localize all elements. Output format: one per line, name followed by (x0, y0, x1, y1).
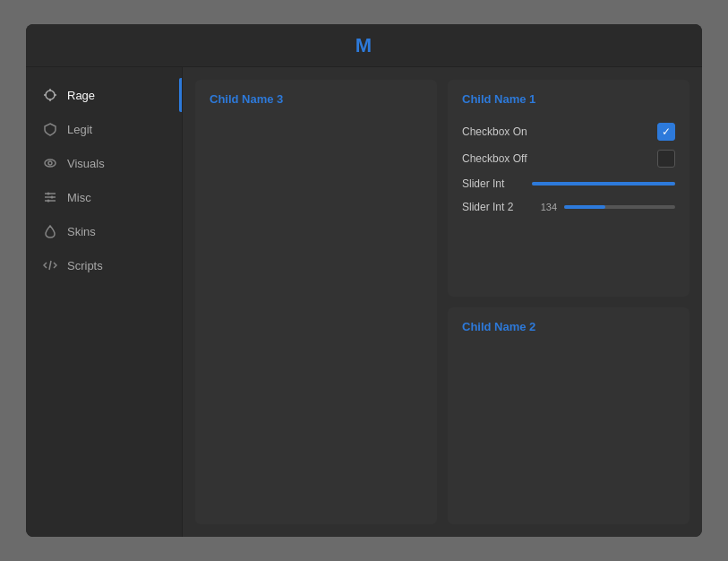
sidebar-item-misc[interactable]: Misc (26, 180, 182, 214)
checkbox-on-label: Checkbox On (462, 125, 527, 138)
slider2-value: 134 (532, 202, 557, 212)
checkbox-off-label: Checkbox Off (462, 152, 527, 165)
main-layout: Rage Legit Visuals (26, 67, 702, 537)
sidebar-item-legit[interactable]: Legit (26, 112, 182, 146)
title-bar: M (26, 24, 702, 67)
slider1-fill (532, 182, 675, 186)
svg-line-13 (49, 261, 51, 270)
slider1-label: Slider Int (462, 177, 525, 190)
sidebar-label-scripts: Scripts (67, 259, 103, 272)
card-child1: Child Name 1 Checkbox On ✓ Checkbox Off … (448, 80, 689, 297)
sidebar: Rage Legit Visuals (26, 67, 183, 537)
card-child3: Child Name 3 (195, 80, 437, 524)
shield-icon (42, 121, 58, 137)
app-logo: M (355, 34, 373, 57)
sidebar-item-visuals[interactable]: Visuals (26, 146, 182, 180)
checkbox-on-row: Checkbox On ✓ (462, 118, 675, 145)
drop-icon (42, 223, 58, 239)
svg-point-11 (51, 196, 54, 199)
slider2-track[interactable] (564, 205, 675, 209)
sidebar-label-legit: Legit (67, 123, 92, 136)
sidebar-item-skins[interactable]: Skins (26, 214, 182, 248)
slider2-fill (564, 205, 605, 209)
checkbox-off-row: Checkbox Off (462, 145, 675, 172)
checkbox-off[interactable] (657, 150, 675, 168)
svg-point-5 (45, 160, 56, 167)
sidebar-label-visuals: Visuals (67, 157, 105, 170)
card1-title: Child Name 1 (462, 92, 675, 106)
card-child2: Child Name 2 (448, 307, 689, 524)
slider2-label: Slider Int 2 (462, 201, 525, 213)
code-icon (42, 257, 58, 273)
eye-icon (42, 155, 58, 171)
svg-point-0 (46, 91, 55, 99)
sidebar-label-rage: Rage (67, 89, 95, 102)
card2-title: Child Name 2 (462, 320, 675, 333)
crosshair-icon (42, 87, 58, 103)
card3-title: Child Name 3 (210, 92, 423, 106)
svg-point-6 (48, 161, 52, 165)
sliders-icon (42, 189, 58, 205)
svg-point-12 (47, 200, 50, 203)
sidebar-label-skins: Skins (67, 225, 96, 238)
app-window: M Rage (26, 24, 702, 537)
checkmark-icon: ✓ (662, 126, 671, 137)
slider1-row: Slider Int (462, 172, 675, 195)
slider1-track[interactable] (532, 182, 675, 186)
checkbox-on[interactable]: ✓ (657, 123, 675, 141)
slider2-row: Slider Int 2 134 (462, 195, 675, 219)
content-area: Child Name 1 Checkbox On ✓ Checkbox Off … (183, 67, 702, 537)
svg-point-10 (47, 193, 50, 195)
sidebar-label-misc: Misc (67, 191, 91, 204)
sidebar-item-rage[interactable]: Rage (26, 78, 182, 112)
sidebar-item-scripts[interactable]: Scripts (26, 248, 182, 282)
